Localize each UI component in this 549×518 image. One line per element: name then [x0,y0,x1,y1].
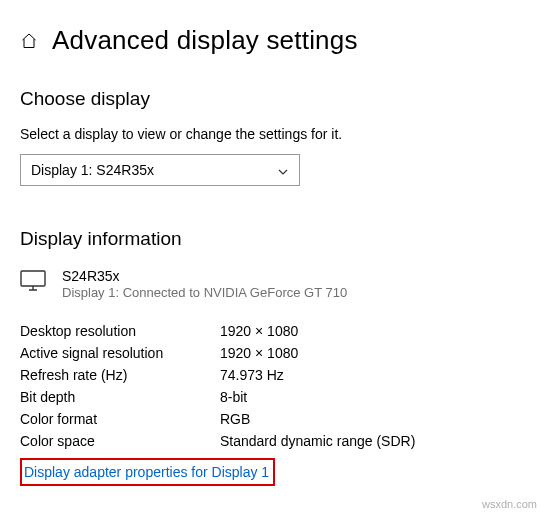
home-icon[interactable] [20,32,38,50]
info-value: Standard dynamic range (SDR) [220,433,415,449]
info-label: Color space [20,433,220,449]
info-label: Bit depth [20,389,220,405]
display-select[interactable]: Display 1: S24R35x [20,154,300,186]
display-info-table: Desktop resolution 1920 × 1080 Active si… [20,320,529,452]
info-value: 1920 × 1080 [220,323,298,339]
table-row: Refresh rate (Hz) 74.973 Hz [20,364,529,386]
monitor-name: S24R35x [62,268,347,284]
info-label: Refresh rate (Hz) [20,367,220,383]
info-value: 1920 × 1080 [220,345,298,361]
info-value: 74.973 Hz [220,367,284,383]
monitor-connection: Display 1: Connected to NVIDIA GeForce G… [62,285,347,300]
page-title: Advanced display settings [52,25,358,56]
adapter-properties-link[interactable]: Display adapter properties for Display 1 [24,464,269,480]
table-row: Color space Standard dynamic range (SDR) [20,430,529,452]
table-row: Active signal resolution 1920 × 1080 [20,342,529,364]
chevron-down-icon [277,164,289,176]
highlighted-link-box: Display adapter properties for Display 1 [20,458,275,486]
choose-display-description: Select a display to view or change the s… [20,126,529,142]
display-info-title: Display information [20,228,529,250]
table-row: Color format RGB [20,408,529,430]
monitor-icon [20,270,48,296]
info-value: RGB [220,411,250,427]
watermark: wsxdn.com [482,498,537,510]
display-select-value: Display 1: S24R35x [31,162,154,178]
table-row: Desktop resolution 1920 × 1080 [20,320,529,342]
info-label: Active signal resolution [20,345,220,361]
info-label: Desktop resolution [20,323,220,339]
choose-display-title: Choose display [20,88,529,110]
svg-rect-0 [21,271,45,286]
info-value: 8-bit [220,389,247,405]
info-label: Color format [20,411,220,427]
table-row: Bit depth 8-bit [20,386,529,408]
